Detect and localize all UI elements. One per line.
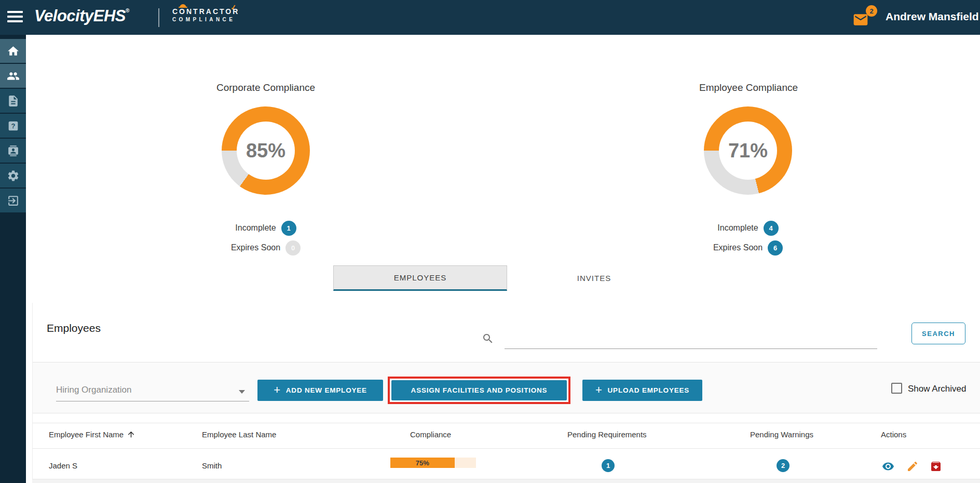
help-icon: ?	[7, 119, 20, 132]
tab-invites[interactable]: INVITES	[507, 265, 681, 291]
view-button[interactable]	[882, 460, 894, 473]
user-name[interactable]: Andrew Mansfield	[886, 10, 979, 23]
col-header-actions: Actions	[881, 430, 906, 439]
employee-donut-chart: 71%	[704, 106, 792, 195]
compliance-progress-fill: 75%	[390, 458, 455, 468]
expires-soon-count-badge: 0	[285, 240, 301, 256]
chevron-down-icon	[239, 390, 245, 394]
divider	[32, 423, 980, 423]
expires-soon-count-badge: 6	[768, 240, 783, 256]
archive-button[interactable]	[930, 460, 942, 473]
hiring-organization-placeholder: Hiring Organization	[56, 385, 132, 395]
divider	[158, 8, 159, 27]
home-icon	[7, 45, 20, 58]
menu-icon[interactable]	[7, 11, 23, 23]
pending-requirements-badge: 1	[602, 459, 615, 472]
search-input[interactable]	[505, 330, 877, 349]
pencil-icon	[906, 460, 919, 473]
sidebar-nav: ?	[0, 35, 26, 483]
corporate-expires-row: Expires Soon 0	[203, 240, 328, 256]
compliance-progress-label: 75%	[416, 459, 429, 467]
search-icon	[482, 332, 494, 347]
col-header-first-name[interactable]: Employee First Name	[49, 430, 135, 439]
divider	[32, 448, 980, 449]
col-header-last-name[interactable]: Employee Last Name	[202, 430, 276, 439]
plus-icon: +	[595, 384, 603, 396]
sidebar-item-employees[interactable]	[0, 64, 26, 88]
corporate-incomplete-row: Incomplete 1	[203, 220, 328, 236]
notification-count-badge: 2	[866, 5, 877, 17]
sidebar-item-contacts[interactable]	[0, 139, 26, 163]
plus-icon: +	[274, 384, 281, 396]
compliance-progress-bar: 75%	[390, 458, 476, 468]
svg-text:?: ?	[11, 122, 15, 130]
pending-warnings-badge: 2	[777, 459, 790, 472]
contact-card-icon	[7, 144, 20, 157]
corporate-donut-chart: 85%	[222, 106, 310, 195]
sidebar-item-settings[interactable]	[0, 164, 26, 187]
top-navbar: VelocityEHS® CONTRACTOR ✓ COMPLIANCE 2 A…	[0, 0, 980, 35]
employee-chart-title: Employee Compliance	[671, 82, 826, 93]
incomplete-count-badge: 1	[281, 221, 296, 236]
people-icon	[7, 70, 20, 83]
sidebar-item-help[interactable]: ?	[0, 114, 26, 138]
incomplete-label: Incomplete	[717, 223, 758, 233]
assign-button-highlight: ASSIGN FACILITIES AND POSITIONS	[388, 377, 570, 404]
sidebar-item-documents[interactable]	[0, 89, 26, 113]
col-header-pending-warnings[interactable]: Pending Warnings	[750, 430, 813, 439]
add-new-employee-button[interactable]: + ADD NEW EMPLOYEE	[257, 380, 383, 401]
app-screen: VelocityEHS® CONTRACTOR ✓ COMPLIANCE 2 A…	[0, 0, 980, 483]
employee-expires-row: Expires Soon 6	[686, 240, 810, 256]
archive-icon	[930, 460, 942, 473]
employee-percent: 71%	[728, 140, 768, 162]
search-button[interactable]: SEARCH	[911, 323, 965, 344]
col-header-compliance[interactable]: Compliance	[410, 430, 451, 439]
assign-facilities-positions-button[interactable]: ASSIGN FACILITIES AND POSITIONS	[391, 380, 567, 400]
sidebar-item-logout[interactable]	[0, 189, 26, 212]
gear-icon	[7, 169, 20, 182]
expires-soon-label: Expires Soon	[713, 243, 763, 252]
incomplete-label: Incomplete	[235, 223, 276, 233]
product-line1: CONTRACTOR	[172, 7, 239, 16]
tab-employees[interactable]: EMPLOYEES	[333, 265, 507, 291]
hiring-organization-select[interactable]: Hiring Organization	[56, 382, 249, 401]
product-line2: COMPLIANCE	[172, 17, 239, 22]
sidebar-item-home[interactable]	[0, 39, 26, 63]
cell-last-name: Smith	[202, 461, 222, 470]
registered-mark: ®	[126, 8, 129, 14]
sort-ascending-icon	[127, 430, 135, 439]
expires-soon-label: Expires Soon	[231, 243, 280, 252]
check-icon: ✓	[230, 3, 239, 12]
brand-logo: VelocityEHS®	[34, 7, 129, 25]
hardhat-icon	[180, 4, 186, 8]
incomplete-count-badge: 4	[764, 221, 779, 236]
divider	[32, 303, 33, 483]
show-archived-label[interactable]: Show Archived	[908, 384, 966, 394]
employee-incomplete-row: Incomplete 4	[686, 220, 810, 236]
exit-icon	[7, 194, 20, 207]
product-logo: CONTRACTOR ✓ COMPLIANCE	[172, 7, 239, 22]
col-header-pending-requirements[interactable]: Pending Requirements	[567, 430, 647, 439]
notifications-button[interactable]: 2	[852, 8, 875, 29]
page-title: Employees	[47, 322, 101, 334]
eye-icon	[882, 460, 894, 473]
corporate-chart-title: Corporate Compliance	[188, 82, 344, 93]
show-archived-checkbox[interactable]	[891, 383, 902, 394]
cell-first-name: Jaden S	[49, 461, 77, 470]
edit-button[interactable]	[906, 460, 919, 473]
upload-employees-button[interactable]: + UPLOAD EMPLOYEES	[582, 380, 702, 401]
document-icon	[7, 95, 20, 108]
corporate-percent: 85%	[246, 140, 285, 162]
footer-strip	[32, 479, 980, 483]
